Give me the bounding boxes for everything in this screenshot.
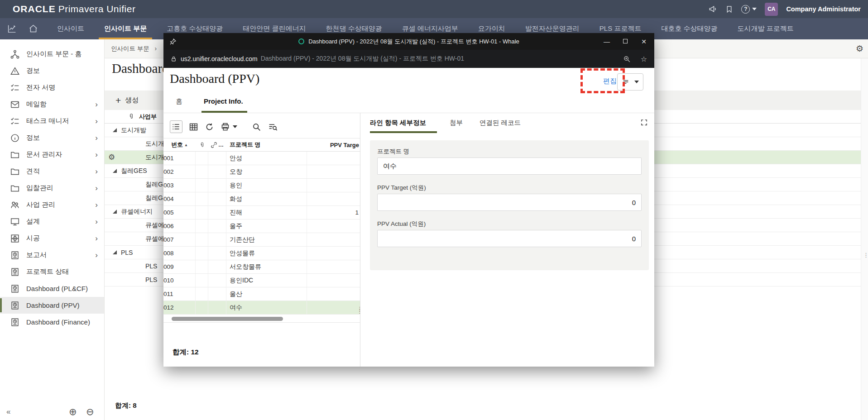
- list-view-icon[interactable]: [170, 120, 182, 133]
- sidebar-item-9[interactable]: 사업 관리›: [0, 196, 104, 213]
- sidebar-item-3[interactable]: 메일함›: [0, 96, 104, 113]
- sidebar-item-10[interactable]: 설계›: [0, 213, 104, 230]
- cell-no: 001: [163, 152, 196, 165]
- grid-row-5[interactable]: 006울주: [163, 220, 360, 233]
- column-link-icon[interactable]: …: [208, 138, 226, 151]
- page-settings-gear-icon[interactable]: ⚙: [856, 44, 863, 53]
- url-path: Dashboard (PPV) - 2022년 08월 도시개발 (실적) - …: [261, 55, 464, 63]
- page-scrollbar[interactable]: ⋮: [861, 58, 868, 420]
- pin-icon[interactable]: [169, 38, 177, 45]
- tree-row-label: 칠레G: [145, 194, 163, 202]
- grid-row-11[interactable]: 012여수: [163, 301, 360, 315]
- grid-row-0[interactable]: 001안성: [163, 152, 360, 165]
- url-bar[interactable]: us2.unifier.oraclecloud.com Dashboard (P…: [163, 50, 654, 68]
- home-icon[interactable]: [29, 24, 38, 33]
- sidebar-item-13[interactable]: 프로젝트 상태: [0, 263, 104, 280]
- column-no[interactable]: 번호: [171, 141, 183, 149]
- sidebar-item-8[interactable]: 입찰관리›: [0, 180, 104, 196]
- pane-resize-grip-icon[interactable]: ⋮⋮: [357, 308, 360, 312]
- collapse-sidebar-icon[interactable]: «: [6, 407, 10, 416]
- sidebar-item-12[interactable]: 보고서›: [0, 247, 104, 263]
- cell-attachment: [196, 179, 208, 192]
- sidebar-item-label: Dashboard (PPV): [26, 301, 80, 309]
- tree-expand-icon[interactable]: [113, 169, 117, 173]
- app-tab-10[interactable]: 도시개발 프로젝트: [728, 18, 804, 39]
- grid-row-2[interactable]: 003용인: [163, 179, 360, 192]
- filter-find-icon[interactable]: [268, 122, 278, 132]
- column-ppv-target[interactable]: PPV Targe: [307, 138, 360, 151]
- sidebar-item-16[interactable]: Dashboard (Finance): [0, 314, 104, 330]
- cell-no: 008: [163, 247, 196, 260]
- cell-project-name: 안성물류: [226, 247, 307, 260]
- sidebar-item-14[interactable]: Dashboard (PL&CF): [0, 280, 104, 297]
- sidebar-item-2[interactable]: 전자 서명: [0, 79, 104, 96]
- close-button[interactable]: ✕: [640, 38, 648, 45]
- create-button[interactable]: + 생성: [115, 95, 139, 105]
- tab-line-item-details[interactable]: 라인 항목 세부정보: [370, 119, 426, 127]
- sidebar-item-5[interactable]: 정보›: [0, 129, 104, 146]
- scrollbar-grip-icon[interactable]: ⋮: [863, 254, 868, 256]
- help-menu[interactable]: ?: [741, 5, 757, 14]
- sidebar-item-6[interactable]: 문서 관리자›: [0, 146, 104, 163]
- grid-view-icon[interactable]: [189, 122, 198, 132]
- sidebar-item-15[interactable]: Dashboard (PPV): [0, 297, 104, 314]
- sidebar-item-0[interactable]: 인사이트 부문 - 홈: [0, 46, 104, 62]
- print-button[interactable]: [221, 122, 237, 132]
- minimize-button[interactable]: —: [603, 38, 611, 45]
- avatar[interactable]: CA: [765, 3, 778, 16]
- tree-expand-icon[interactable]: [113, 250, 117, 254]
- grid-row-4[interactable]: 005진해1: [163, 206, 360, 220]
- logo-oracle-text: ORACLE: [13, 4, 56, 14]
- bookmark-star-icon[interactable]: ☆: [641, 55, 647, 63]
- zoom-out-icon[interactable]: ⊖: [86, 406, 94, 417]
- grid-row-3[interactable]: 004화성: [163, 192, 360, 206]
- hscroll-thumb[interactable]: [172, 317, 283, 321]
- row-gear-icon[interactable]: ⚙: [108, 153, 115, 162]
- column-attachment-paperclip-icon[interactable]: [196, 138, 208, 151]
- expand-icon[interactable]: [640, 119, 648, 126]
- bookmark-icon[interactable]: [725, 5, 733, 14]
- grid-row-6[interactable]: 007기존산단: [163, 233, 360, 247]
- grid-row-8[interactable]: 009서오창물류: [163, 260, 360, 274]
- sidebar-item-1[interactable]: 경보: [0, 62, 104, 79]
- tab-linked-records[interactable]: 연결된 레코드: [480, 119, 521, 127]
- tree-expand-icon[interactable]: [113, 128, 117, 132]
- refresh-icon[interactable]: [205, 122, 214, 132]
- grid-row-10[interactable]: 011울산: [163, 287, 360, 301]
- record-menu-button[interactable]: [617, 73, 643, 91]
- ppv-actual-input[interactable]: [377, 230, 642, 247]
- tab-attachments[interactable]: 첨부: [450, 119, 463, 127]
- chart-icon[interactable]: [7, 24, 17, 33]
- project-name-input[interactable]: [377, 158, 642, 175]
- maximize-button[interactable]: [621, 39, 629, 44]
- dialog-body: Dashboard (PPV) 편집 홈 Project Info.: [163, 68, 654, 367]
- app-tab-1[interactable]: 인사이트 부문: [94, 18, 157, 39]
- window-title-bar[interactable]: Dashboard (PPV) - 2022년 08월 도시개발 (실적) - …: [163, 33, 654, 50]
- search-icon[interactable]: [252, 122, 261, 132]
- sidebar-item-label: 경보: [26, 67, 40, 75]
- column-project-name[interactable]: 프로젝트 명: [226, 138, 307, 151]
- grid-row-1[interactable]: 002오창: [163, 165, 360, 179]
- breadcrumb[interactable]: 인사이트 부문 ›: [111, 45, 157, 53]
- ppv-target-input[interactable]: [377, 194, 642, 211]
- zoom-page-icon[interactable]: [623, 55, 631, 63]
- grid-row-7[interactable]: 008안성물류: [163, 247, 360, 260]
- cell-link: [208, 220, 226, 233]
- tree-expand-icon[interactable]: [113, 210, 117, 214]
- tab-home[interactable]: 홈: [176, 97, 182, 106]
- print-caret-icon[interactable]: [233, 125, 237, 128]
- sidebar-item-11[interactable]: 시공›: [0, 230, 104, 247]
- zoom-in-icon[interactable]: ⊕: [69, 406, 77, 417]
- app-tab-0[interactable]: 인사이트: [47, 18, 94, 39]
- sidebar-item-4[interactable]: 태스크 매니저›: [0, 113, 104, 129]
- tab-project-info[interactable]: Project Info.: [204, 97, 243, 105]
- cell-ppv-target: [307, 247, 360, 260]
- tree-row-label: 큐셀에너지: [121, 208, 153, 216]
- sidebar-item-7[interactable]: 견적›: [0, 163, 104, 180]
- grid-row-9[interactable]: 010용인IDC: [163, 274, 360, 287]
- announcements-icon[interactable]: [708, 5, 717, 14]
- cell-no: 009: [163, 260, 196, 273]
- help-icon[interactable]: ?: [741, 5, 750, 14]
- sidebar-footer: « ⊕ ⊖: [0, 403, 104, 420]
- app-tab-9[interactable]: 대호호 수상태양광: [651, 18, 727, 39]
